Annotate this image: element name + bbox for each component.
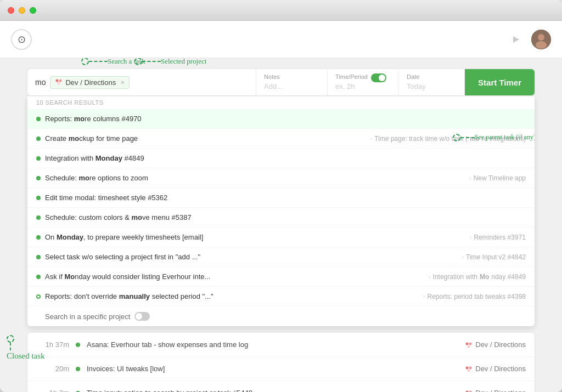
notes-input[interactable]: Add... [264, 82, 319, 90]
task-item-1[interactable]: Reports: more columns #4970 [27, 109, 535, 129]
task-name-6: Schedule: custom colors & move menu #538… [45, 213, 526, 221]
recent-task-1-time: 1h 37m [36, 340, 69, 349]
task-name-5: Edit time modal: timesheet style #5362 [45, 194, 526, 202]
task-search-row[interactable]: mo Dev / Directions × [27, 69, 256, 95]
minimize-button[interactable] [19, 7, 25, 14]
task-dot-9 [36, 275, 41, 279]
recent-task-3-project-name: Dev / Directions [475, 389, 526, 392]
project-annotation: Selected project [134, 58, 206, 66]
task-dot-8 [36, 255, 41, 259]
recent-task-1[interactable]: 1h 37m Asana: Everhour tab - show expens… [27, 333, 535, 357]
project-tag-name: Dev / Directions [65, 78, 116, 87]
project-tag-close-button[interactable]: × [121, 79, 124, 86]
logo-icon[interactable]: ⊙ [11, 29, 32, 50]
main-content: Search a task Selected project mo [0, 58, 562, 392]
closed-line [10, 343, 11, 350]
svg-point-8 [469, 342, 472, 345]
task-item-2-wrapper: Create mockup for time page › Time page:… [27, 129, 535, 149]
time-period-input[interactable]: ex. 2h [335, 82, 391, 90]
date-label: Date [407, 73, 457, 80]
recent-task-2-dot [76, 367, 80, 371]
recent-task-2[interactable]: 20m Invoices: UI tweaks [low] Dev / Dire… [27, 357, 535, 381]
task-parent-10: › Reports: period tab tweaks #4398 [423, 293, 526, 300]
recent-task-1-project-name: Dev / Directions [475, 340, 526, 349]
recent-task-3-name: Time input: option to search by project … [87, 389, 458, 392]
header-right [507, 30, 551, 49]
recent-task-1-dot [76, 343, 80, 347]
task-name-9: Ask if Monday would consider listing Eve… [45, 272, 424, 281]
search-specific-label: Search in a specific project [45, 313, 130, 321]
project-tag[interactable]: Dev / Directions × [50, 76, 129, 89]
svg-point-5 [59, 79, 62, 82]
task-dot-6 [36, 215, 41, 220]
project-people-icon-1 [465, 341, 473, 349]
notes-section: Notes Add... [256, 69, 328, 95]
task-dot-5 [36, 196, 41, 200]
project-tag-icon [55, 78, 63, 87]
task-dot-3 [36, 156, 41, 161]
time-period-toggle[interactable] [371, 73, 386, 82]
task-parent-8: › Time Input v2 #4842 [462, 253, 526, 261]
search-dropdown: 10 SEARCH RESULTS Reports: more columns … [27, 95, 535, 326]
task-name-3: Integration with Monday #4849 [45, 154, 526, 162]
date-section: Date Today [399, 69, 465, 95]
task-name-4: Schedule: more options to zoom [45, 174, 465, 182]
recent-task-2-name: Invoices: UI tweaks [low] [87, 365, 458, 373]
project-circle-icon [134, 58, 142, 65]
task-name-10: Reports: don't override manually selecte… [45, 292, 419, 300]
svg-point-4 [56, 79, 59, 82]
task-item-2[interactable]: Create mockup for time page › Time page:… [27, 129, 535, 149]
task-name-2: Create mockup for time page [45, 134, 366, 143]
closed-circle-icon [7, 335, 14, 343]
task-item-4[interactable]: Schedule: more options to zoom › New Tim… [27, 168, 535, 188]
recent-task-3[interactable]: 1h 3m Time input: option to search by pr… [27, 381, 535, 392]
logo-area: ⊙ [11, 29, 32, 50]
time-input-bar: mo Dev / Directions × [27, 69, 535, 95]
task-item-6[interactable]: Schedule: custom colors & move menu #538… [27, 208, 535, 228]
task-parent-7: › Reminders #3971 [469, 234, 526, 241]
task-item-5[interactable]: Edit time modal: timesheet style #5362 [27, 188, 535, 208]
task-item-7[interactable]: On Monday, to prepare weekly timesheets … [27, 228, 535, 247]
close-button[interactable] [8, 7, 14, 14]
maximize-button[interactable] [30, 7, 36, 14]
recent-task-3-project: Dev / Directions [465, 389, 526, 392]
task-dot-4 [36, 176, 41, 180]
task-item-10[interactable]: Reports: don't override manually selecte… [27, 287, 535, 306]
task-parent-2: › Time page: track time w/o task (more i… [370, 135, 526, 143]
search-specific-toggle[interactable] [134, 312, 150, 321]
search-circle-icon [81, 58, 89, 65]
svg-point-2 [538, 34, 544, 41]
task-name-7: On Monday, to prepare weekly timesheets … [45, 233, 465, 241]
search-query: mo [35, 78, 46, 87]
app-header: ⊙ [0, 21, 562, 58]
date-input[interactable]: Today [407, 82, 457, 90]
recent-task-1-project: Dev / Directions [465, 340, 526, 349]
project-people-icon-2 [465, 365, 473, 373]
task-item-3[interactable]: Integration with Monday #4849 [27, 149, 535, 168]
svg-point-9 [468, 345, 470, 348]
closed-task-section: Closed task 1h 37m Asana: Everhour tab -… [27, 333, 535, 392]
task-parent-4: › New Timeline app [469, 174, 526, 182]
task-item-8[interactable]: Select task w/o selecting a project firs… [27, 247, 535, 267]
recent-task-2-time: 20m [36, 365, 69, 373]
task-name-1: Reports: more columns #4970 [45, 115, 526, 123]
task-input-section: mo Dev / Directions × [27, 69, 256, 95]
svg-point-7 [466, 342, 469, 345]
svg-point-3 [536, 41, 547, 49]
project-annotation-label: Selected project [161, 58, 206, 66]
search-annotation-label: Search a task [108, 58, 145, 66]
svg-point-10 [466, 366, 469, 369]
task-item-9[interactable]: Ask if Monday would consider listing Eve… [27, 267, 535, 287]
time-period-label: Time/Period [335, 73, 368, 80]
titlebar [0, 0, 562, 21]
svg-point-6 [58, 82, 60, 84]
recent-task-3-time: 1h 3m [36, 389, 69, 392]
start-timer-button[interactable]: Start Timer [465, 69, 535, 95]
task-dot-7 [36, 235, 41, 240]
avatar[interactable] [531, 30, 551, 49]
time-period-toggle-row: Time/Period [335, 73, 391, 82]
project-line [142, 61, 161, 62]
recent-task-1-name: Asana: Everhour tab - show expenses and … [87, 340, 458, 349]
search-annotation: Search a task [81, 58, 145, 66]
play-button[interactable] [507, 31, 525, 48]
